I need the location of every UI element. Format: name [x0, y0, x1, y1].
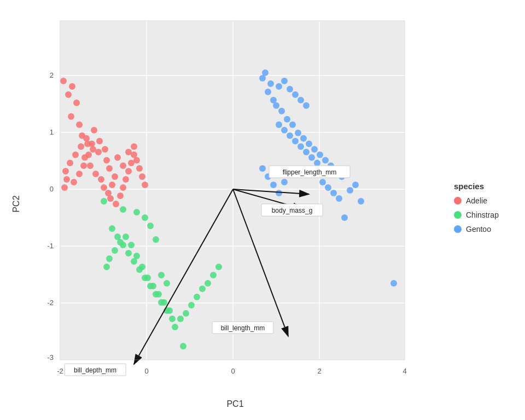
svg-point-64: [125, 168, 132, 174]
svg-point-98: [112, 247, 118, 254]
svg-point-90: [155, 291, 162, 298]
plot-area: PC2: [5, 11, 443, 409]
legend-item-chinstrap: Chinstrap: [454, 211, 509, 219]
svg-point-89: [161, 299, 167, 306]
svg-point-68: [136, 165, 143, 172]
legend-item-adelie: Adelie: [454, 196, 509, 205]
svg-point-88: [166, 307, 173, 314]
legend-dot-adelie: [454, 197, 462, 205]
svg-point-73: [125, 149, 132, 155]
svg-point-156: [347, 187, 353, 194]
svg-point-92: [144, 275, 151, 281]
svg-point-155: [390, 280, 397, 287]
svg-point-147: [276, 121, 282, 128]
svg-point-125: [303, 102, 310, 109]
bill-depth-label: bill_depth_mm: [74, 366, 116, 374]
svg-point-28: [68, 113, 74, 120]
bill-length-label: bill_length_mm: [221, 324, 265, 332]
svg-point-63: [122, 176, 129, 183]
svg-point-132: [311, 146, 318, 153]
main-plot: -2 0 0 2 4 2 1 0 -1 -2 -3: [27, 15, 427, 393]
svg-text:0: 0: [231, 367, 235, 375]
svg-point-143: [314, 160, 320, 166]
svg-point-101: [101, 198, 107, 205]
svg-point-96: [122, 234, 129, 240]
svg-point-29: [76, 121, 83, 128]
svg-point-128: [289, 121, 296, 128]
svg-point-56: [91, 127, 97, 133]
svg-point-133: [317, 151, 323, 158]
svg-point-152: [303, 149, 310, 155]
svg-point-41: [106, 165, 113, 172]
svg-text:2: 2: [50, 71, 54, 79]
svg-point-104: [142, 214, 148, 221]
svg-point-151: [298, 143, 304, 150]
svg-point-42: [103, 157, 110, 164]
y-axis-label: PC2: [11, 195, 21, 212]
svg-point-34: [87, 162, 94, 169]
svg-point-141: [336, 195, 342, 202]
svg-point-24: [60, 78, 67, 84]
svg-point-140: [330, 190, 337, 196]
svg-point-59: [107, 195, 114, 202]
svg-point-91: [150, 283, 156, 289]
svg-text:-1: -1: [47, 242, 54, 250]
svg-point-58: [102, 146, 108, 153]
svg-text:-2: -2: [47, 299, 54, 307]
svg-point-123: [292, 91, 299, 98]
svg-point-100: [103, 264, 110, 270]
svg-point-138: [319, 179, 326, 185]
svg-point-52: [71, 179, 77, 185]
legend-label-chinstrap: Chinstrap: [466, 211, 499, 219]
svg-point-120: [276, 83, 282, 90]
svg-point-102: [120, 206, 126, 213]
svg-point-112: [194, 294, 200, 300]
svg-text:1: 1: [50, 128, 54, 136]
svg-point-109: [177, 316, 184, 322]
svg-point-25: [69, 83, 75, 90]
svg-point-74: [131, 143, 137, 150]
svg-point-154: [341, 214, 348, 221]
svg-point-99: [106, 255, 113, 262]
svg-point-27: [73, 100, 80, 106]
svg-point-114: [205, 280, 211, 287]
svg-point-131: [306, 141, 312, 147]
svg-point-35: [92, 171, 99, 177]
svg-point-116: [215, 264, 222, 270]
svg-point-78: [125, 250, 132, 256]
svg-point-87: [172, 324, 178, 330]
svg-point-146: [273, 102, 279, 109]
svg-point-40: [112, 173, 118, 180]
svg-point-62: [120, 184, 126, 191]
svg-point-142: [308, 154, 315, 161]
svg-point-127: [284, 116, 290, 122]
svg-point-48: [67, 160, 73, 166]
svg-point-113: [199, 285, 206, 292]
svg-point-50: [63, 176, 70, 183]
svg-point-53: [76, 171, 83, 177]
svg-point-45: [83, 135, 90, 142]
svg-point-106: [153, 236, 159, 243]
svg-point-67: [133, 157, 140, 164]
svg-point-129: [295, 130, 301, 136]
svg-point-49: [62, 168, 69, 174]
legend-item-gentoo: Gentoo: [454, 225, 509, 234]
svg-point-97: [117, 239, 124, 246]
svg-point-36: [98, 176, 104, 183]
svg-point-26: [65, 91, 72, 98]
svg-point-86: [169, 316, 176, 322]
svg-point-139: [325, 184, 331, 191]
svg-point-126: [278, 108, 285, 114]
svg-text:-3: -3: [47, 353, 54, 361]
svg-point-69: [139, 173, 145, 180]
svg-point-158: [358, 198, 364, 205]
svg-point-119: [267, 80, 274, 87]
svg-point-55: [85, 151, 92, 158]
x-axis-label: PC1: [226, 399, 243, 409]
svg-point-162: [281, 179, 288, 185]
svg-point-111: [188, 302, 195, 308]
svg-point-105: [147, 223, 154, 229]
svg-text:4: 4: [402, 367, 406, 375]
svg-point-94: [133, 253, 140, 259]
svg-point-130: [300, 135, 307, 142]
